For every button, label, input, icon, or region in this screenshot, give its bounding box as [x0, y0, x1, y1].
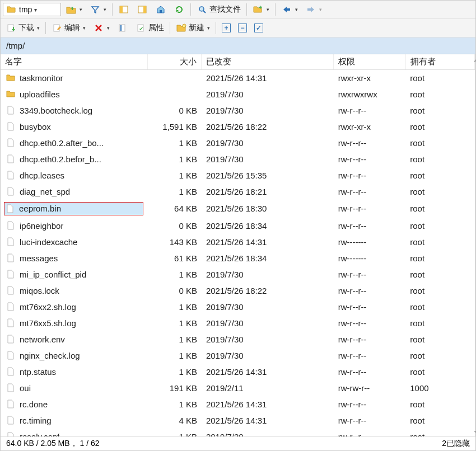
table-row[interactable]: network.env1 KB2019/7/30rw-r--r--root: [1, 331, 475, 347]
file-changed: 2019/7/30: [202, 135, 334, 151]
col-perm[interactable]: 权限: [334, 54, 406, 70]
dropdown-caret-icon: ▾: [267, 7, 269, 12]
file-permissions: rw-------: [334, 250, 406, 266]
table-row[interactable]: mt76xx5.sh.log1 KB2019/7/30rw-r--r--root: [1, 315, 475, 331]
table-row[interactable]: ntp.status1 KB2021/5/26 14:31rw-r--r--ro…: [1, 364, 475, 380]
file-permissions: rwxr-xr-x: [334, 70, 406, 86]
rename-button[interactable]: [114, 21, 131, 35]
table-row[interactable]: dhcp.eth0.2.after_bo...1 KB2019/7/30rw-r…: [1, 135, 475, 151]
file-table-scroll: 名字 大小 已改变 权限 拥有者 taskmonitor2021/5/26 14…: [1, 54, 475, 436]
table-row[interactable]: taskmonitor2021/5/26 14:31rwxr-xr-xroot: [1, 70, 475, 86]
separator: [216, 22, 216, 34]
address-combo[interactable]: tmp ▾: [3, 3, 61, 16]
table-row[interactable]: luci-indexcache143 KB2021/5/26 14:31rw--…: [1, 234, 475, 250]
find-files-button[interactable]: 查找文件: [194, 2, 244, 17]
table-row[interactable]: ip6neighbor0 KB2021/5/26 18:34rw-r--r--r…: [1, 218, 475, 234]
back-button[interactable]: ▾: [278, 2, 301, 17]
svg-rect-10: [120, 25, 122, 31]
table-row[interactable]: diag_net_spd1 KB2021/5/26 18:21rw-r--r--…: [1, 184, 475, 200]
select-check-button[interactable]: ✓: [251, 21, 266, 35]
table-row[interactable]: rc.done1 KB2021/5/26 14:31rw-r--r--root: [1, 396, 475, 412]
table-row[interactable]: miqos.lock0 KB2021/5/26 18:22rw-r--r--ro…: [1, 283, 475, 299]
file-icon: [5, 269, 16, 280]
separator: [246, 3, 247, 16]
separator: [170, 22, 170, 34]
file-owner: root: [405, 86, 474, 102]
file-name: 3349.bootcheck.log: [20, 106, 92, 115]
file-owner: root: [405, 331, 474, 347]
file-icon: [5, 366, 16, 377]
table-row[interactable]: 3349.bootcheck.log0 KB2019/7/30rw-r--r--…: [1, 102, 475, 119]
file-owner: root: [405, 167, 474, 184]
table-row[interactable]: oui191 KB2019/2/11rw-rw-r--1000: [1, 380, 475, 396]
minus-box-icon: −: [238, 24, 247, 32]
table-row[interactable]: dhcp.leases1 KB2021/5/26 15:35rw-r--r--r…: [1, 167, 475, 184]
table-row[interactable]: resolv.conf1 KB2019/7/30rw-r--r--root: [1, 429, 475, 437]
file-size: 1 KB: [148, 364, 202, 380]
col-name[interactable]: 名字: [1, 54, 148, 70]
select-minus-button[interactable]: −: [235, 21, 250, 35]
dropdown-caret-icon: ▾: [83, 25, 86, 31]
forward-button[interactable]: ▾: [302, 2, 325, 17]
panel-left-icon: [118, 4, 129, 15]
vertical-scrollbar[interactable]: ▴ ▾: [475, 54, 475, 436]
delete-button[interactable]: ▾: [90, 21, 113, 35]
file-owner: 1000: [405, 380, 474, 396]
file-owner: root: [405, 70, 474, 86]
file-size: 1,591 KB: [148, 119, 202, 135]
filter-button[interactable]: ▾: [87, 2, 109, 17]
path-bar[interactable]: /tmp/: [1, 37, 475, 54]
file-permissions: rw-------: [334, 234, 406, 250]
file-icon: [5, 333, 16, 345]
file-permissions: rw-r--r--: [334, 429, 406, 437]
table-row[interactable]: mt76xx2.sh.log1 KB2019/7/30rw-r--r--root: [1, 299, 475, 315]
file-icon: [5, 236, 16, 247]
file-size: 0 KB: [148, 102, 202, 119]
file-changed: 2021/5/26 18:34: [202, 218, 334, 234]
table-row[interactable]: uploadfiles2019/7/30rwxrwxrwxroot: [1, 86, 475, 102]
table-row[interactable]: rc.timing4 KB2021/5/26 14:31rw-r--r--roo…: [1, 412, 475, 429]
svg-point-12: [183, 24, 186, 27]
file-changed: 2021/5/26 18:34: [202, 250, 334, 266]
separator: [45, 22, 46, 34]
properties-button[interactable]: 属性: [133, 21, 167, 35]
home-button[interactable]: [152, 2, 169, 17]
select-plus-button[interactable]: +: [219, 21, 234, 35]
dropdown-caret-icon: ▾: [295, 7, 298, 12]
file-name: resolv.conf: [20, 432, 59, 437]
dropdown-caret-icon: ▾: [319, 7, 322, 12]
new-button[interactable]: 新建 ▾: [173, 21, 213, 35]
file-size: 1 KB: [148, 167, 202, 184]
download-button[interactable]: 下载 ▾: [3, 21, 43, 35]
file-name: oui: [20, 383, 31, 393]
file-owner: root: [405, 200, 474, 218]
svg-rect-4: [160, 10, 162, 13]
file-owner: root: [405, 119, 474, 135]
table-row[interactable]: busybox1,591 KB2021/5/26 18:22rwxr-xr-xr…: [1, 119, 475, 135]
search-icon: [197, 4, 208, 15]
up-folder-button[interactable]: ▾: [63, 2, 85, 17]
dropdown-caret-icon: ▾: [107, 25, 110, 31]
col-size[interactable]: 大小: [148, 54, 202, 70]
table-row[interactable]: eeprom.bin64 KB2021/5/26 18:30rw-r--r--r…: [1, 200, 475, 218]
table-row[interactable]: messages61 KB2021/5/26 18:34rw-------roo…: [1, 250, 475, 266]
col-owner[interactable]: 拥有者: [405, 54, 474, 70]
file-name: nginx_check.log: [20, 351, 80, 360]
file-changed: 2021/5/26 18:22: [202, 283, 334, 299]
local-browse-button[interactable]: [115, 2, 132, 17]
file-icon: [5, 382, 16, 393]
sync-button[interactable]: ▾: [250, 2, 272, 17]
remote-browse-button[interactable]: [134, 2, 151, 17]
file-permissions: rwxrwxrwx: [334, 86, 406, 102]
refresh-button[interactable]: [171, 2, 188, 17]
edit-button[interactable]: 编辑 ▾: [49, 21, 88, 35]
file-permissions: rw-r--r--: [334, 102, 406, 119]
file-icon: [5, 105, 16, 116]
table-row[interactable]: dhcp.eth0.2.befor_b...1 KB2019/7/30rw-r-…: [1, 151, 475, 167]
table-row[interactable]: mi_ip_conflict_pid1 KB2019/7/30rw-r--r--…: [1, 266, 475, 283]
file-owner: root: [405, 250, 474, 266]
table-row[interactable]: nginx_check.log1 KB2019/7/30rw-r--r--roo…: [1, 347, 475, 364]
file-changed: 2021/5/26 14:31: [202, 412, 334, 429]
file-permissions: rw-r--r--: [334, 266, 406, 283]
col-changed[interactable]: 已改变: [202, 54, 334, 70]
